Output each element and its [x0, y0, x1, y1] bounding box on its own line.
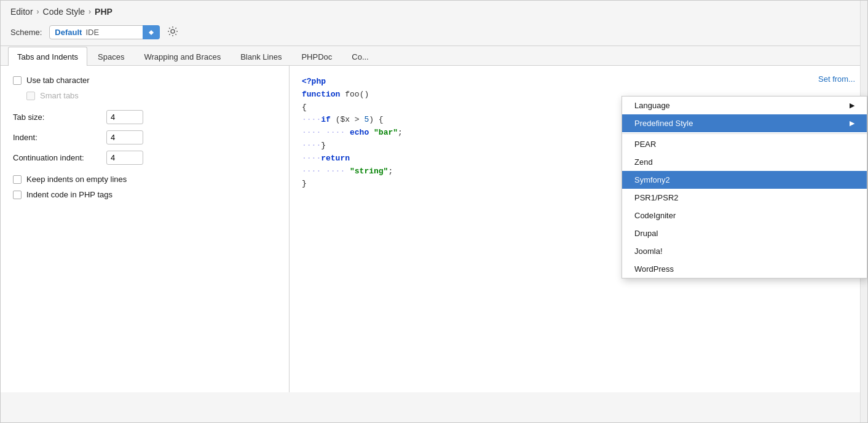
use-tab-character-row: Use tab character	[13, 76, 277, 85]
continuation-indent-row: Continuation indent:	[13, 151, 277, 165]
breadcrumb-editor[interactable]: Editor	[10, 7, 33, 17]
scheme-row: Scheme: Default IDE	[1, 22, 867, 45]
tab-size-input[interactable]	[106, 110, 143, 124]
predefined-style-arrow-icon: ▶	[850, 119, 854, 127]
indent-input[interactable]	[106, 130, 143, 144]
tab-spaces[interactable]: Spaces	[89, 47, 133, 66]
dropdown-item-zend[interactable]: Zend	[622, 153, 867, 171]
breadcrumb-code-style[interactable]: Code Style	[43, 7, 85, 17]
dropdown-item-drupal[interactable]: Drupal	[622, 224, 867, 242]
smart-tabs-row: Smart tabs	[26, 91, 277, 100]
tab-blank-lines[interactable]: Blank Lines	[231, 47, 291, 66]
use-tab-character-label: Use tab character	[26, 76, 90, 85]
dropdown-item-language[interactable]: Language ▶	[622, 97, 867, 114]
dropdown-overlay: Language ▶ Predefined Style ▶ PEAR Zend …	[621, 96, 867, 279]
dropdown-item-psr1psr2[interactable]: PSR1/PSR2	[622, 189, 867, 207]
dropdown-item-wordpress[interactable]: WordPress	[622, 260, 867, 278]
tab-size-row: Tab size:	[13, 110, 277, 124]
dropdown-item-symfony2[interactable]: Symfony2	[622, 171, 867, 189]
tabs-bar: Tabs and Indents Spaces Wrapping and Bra…	[1, 46, 867, 66]
continuation-indent-input[interactable]	[106, 151, 143, 165]
use-tab-character-checkbox[interactable]	[13, 76, 22, 85]
svg-marker-1	[149, 33, 154, 35]
gear-icon[interactable]	[167, 26, 178, 39]
tab-wrapping-braces[interactable]: Wrapping and Braces	[135, 47, 230, 66]
svg-marker-0	[149, 30, 154, 33]
indent-label: Indent:	[13, 133, 99, 142]
indent-php-tags-checkbox[interactable]	[13, 191, 22, 199]
tab-tabs-indents[interactable]: Tabs and Indents	[8, 47, 87, 66]
tab-code[interactable]: Co...	[342, 47, 377, 66]
smart-tabs-checkbox[interactable]	[26, 92, 35, 100]
dropdown-item-joomla[interactable]: Joomla!	[622, 242, 867, 260]
scheme-label: Scheme:	[10, 28, 42, 37]
language-arrow-icon: ▶	[850, 101, 854, 109]
breadcrumb-php: PHP	[95, 7, 112, 17]
keep-indents-empty-checkbox[interactable]	[13, 175, 22, 184]
breadcrumb: Editor › Code Style › PHP	[1, 1, 867, 22]
dropdown-item-pear[interactable]: PEAR	[622, 135, 867, 153]
dropdown-item-predefined-style[interactable]: Predefined Style ▶	[622, 114, 867, 132]
keep-indents-empty-label: Keep indents on empty lines	[26, 175, 127, 184]
indent-php-tags-row: Indent code in PHP tags	[13, 190, 277, 199]
indent-row: Indent:	[13, 130, 277, 144]
continuation-indent-label: Continuation indent:	[13, 153, 99, 162]
up-down-arrows-icon	[148, 29, 154, 36]
main-panel: Editor › Code Style › PHP Scheme: Defaul…	[0, 0, 868, 423]
tab-size-label: Tab size:	[13, 113, 99, 122]
dropdown-divider-1	[622, 133, 867, 134]
scheme-value-normal: IDE	[85, 28, 99, 37]
svg-point-2	[171, 30, 175, 33]
indent-php-tags-label: Indent code in PHP tags	[26, 190, 112, 199]
set-from-link[interactable]: Set from...	[818, 74, 855, 84]
code-line-1: <?php	[302, 76, 855, 89]
keep-indents-empty-row: Keep indents on empty lines	[13, 175, 277, 184]
breadcrumb-sep-2: ›	[89, 7, 91, 16]
dropdown-item-codeigniter[interactable]: CodeIgniter	[622, 207, 867, 224]
scheme-dropdown-arrow[interactable]	[143, 25, 160, 39]
left-panel: Use tab character Smart tabs Tab size: I…	[1, 66, 290, 392]
tab-phpdoc[interactable]: PHPDoc	[292, 47, 341, 66]
scheme-select-wrapper[interactable]: Default IDE	[49, 25, 160, 39]
scheme-value-bold: Default	[55, 28, 82, 37]
breadcrumb-sep-1: ›	[37, 7, 39, 16]
smart-tabs-label: Smart tabs	[40, 91, 79, 100]
